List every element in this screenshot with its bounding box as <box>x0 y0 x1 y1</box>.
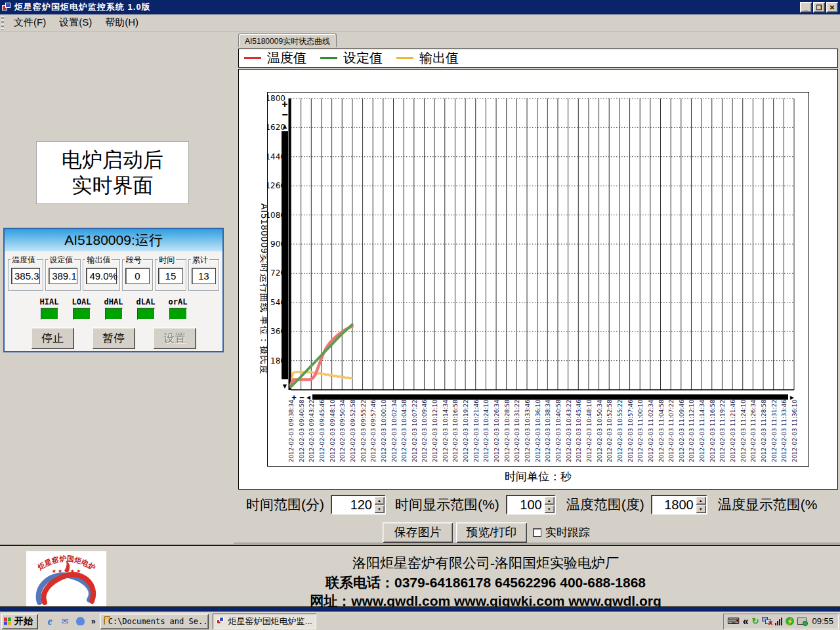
temp-range-spinner[interactable]: 1800 ▲▼ <box>651 495 707 514</box>
preview-print-button[interactable]: 预览/打印 <box>456 522 527 543</box>
tray-chevron[interactable]: « <box>743 616 749 627</box>
svg-text:2012-02-03 11:31:22: 2012-02-03 11:31:22 <box>771 400 778 463</box>
svg-text:2012-02-03 10:52:58: 2012-02-03 10:52:58 <box>606 400 613 463</box>
time-range-spinner[interactable]: 120 ▲▼ <box>331 495 386 514</box>
company-logo: 炬星窑炉国炬电炉 ★ ★ ★ ★ ★ <box>26 551 106 606</box>
indicator-dhal: dHAL <box>102 297 125 320</box>
svg-text:−: − <box>299 392 304 402</box>
hial-led <box>41 308 58 320</box>
svg-text:2012-02-03 10:12:10: 2012-02-03 10:12:10 <box>432 400 438 463</box>
divider <box>234 543 840 543</box>
svg-text:2012-02-03 11:00:10: 2012-02-03 11:00:10 <box>637 400 644 463</box>
svg-text:2012-02-03 10:24:10: 2012-02-03 10:24:10 <box>483 400 490 463</box>
svg-text:2012-02-03 10:40:58: 2012-02-03 10:40:58 <box>555 400 562 463</box>
chart-plot[interactable]: 180360540720900108012601440162018002012-… <box>267 92 809 467</box>
ie-icon[interactable]: e <box>45 616 55 627</box>
svg-text:2012-02-03 10:09:46: 2012-02-03 10:09:46 <box>421 400 428 463</box>
svg-text:2012-02-03 10:38:34: 2012-02-03 10:38:34 <box>545 400 551 463</box>
indicator-dlal: dLAL <box>134 297 158 320</box>
total-value: 13 <box>192 268 216 284</box>
spin-up-icon[interactable]: ▲ <box>374 496 385 505</box>
quick-launch-overflow[interactable]: » <box>91 617 96 626</box>
field-segment: 段号 0 <box>122 259 153 291</box>
tray-clock: 09:55 <box>812 616 833 626</box>
output-line-swatch <box>396 57 413 59</box>
update-icon[interactable]: ↻ <box>752 617 759 625</box>
folder-icon <box>104 618 105 625</box>
security-shield-icon[interactable]: ⚡ <box>786 617 794 625</box>
spin-down-icon[interactable]: ▼ <box>544 505 555 513</box>
svg-text:2012-02-03 11:07:22: 2012-02-03 11:07:22 <box>668 400 675 463</box>
svg-text:◄: ◄ <box>305 394 312 401</box>
input-method-icon[interactable]: ⌨ <box>727 617 740 625</box>
realtime-track-label: 实时跟踪 <box>545 525 590 540</box>
tab-realtime-curve[interactable]: AI5180009实时状态曲线 <box>238 33 337 47</box>
menu-help[interactable]: 帮助(H) <box>98 15 145 30</box>
legend-setpoint: 设定值 <box>320 49 383 67</box>
messenger-icon[interactable] <box>75 616 85 627</box>
svg-text:►: ► <box>789 394 795 401</box>
app-icon <box>217 617 222 625</box>
chart-box: AI5180009实时运行曲线 单位：摄氏度 18036054072090010… <box>238 69 838 490</box>
svg-text:2012-02-03 11:33:46: 2012-02-03 11:33:46 <box>781 400 788 463</box>
realtime-track-checkbox[interactable] <box>533 528 541 537</box>
restore-button[interactable]: ❐ <box>813 2 825 12</box>
device-title: AI5180009:运行 <box>5 229 222 251</box>
svg-text:2012-02-03 09:57:46: 2012-02-03 09:57:46 <box>370 400 377 463</box>
settings-button[interactable]: 设置 <box>153 327 196 349</box>
mail-icon[interactable]: ✉ <box>60 616 70 627</box>
scheduled-task-icon[interactable] <box>797 618 807 625</box>
dhal-led <box>105 308 123 320</box>
svg-text:2012-02-03 11:28:58: 2012-02-03 11:28:58 <box>761 400 767 463</box>
field-total: 累计 13 <box>188 259 219 291</box>
field-temperature: 温度值 385.3 <box>8 259 43 291</box>
menu-grip[interactable] <box>1 16 4 30</box>
svg-text:2012-02-03 10:57:46: 2012-02-03 10:57:46 <box>627 400 634 463</box>
chart-legend: 温度值 设定值 输出值 <box>238 49 838 68</box>
network-disconnected-icon[interactable]: ✕ <box>762 617 772 625</box>
svg-text:2012-02-03 09:38:34: 2012-02-03 09:38:34 <box>288 400 295 463</box>
legend-temperature: 温度值 <box>244 49 306 67</box>
oral-led <box>169 308 187 320</box>
device-fields: 温度值 385.3 设定值 389.1 输出值 49.0% 段号 0 时间 15… <box>5 251 222 291</box>
time-display-range-spinner[interactable]: 100 ▲▼ <box>506 495 556 514</box>
loal-led <box>73 308 91 320</box>
alarm-indicators: HIAL LOAL dHAL dLAL orAL <box>5 297 222 320</box>
pause-button[interactable]: 暂停 <box>92 327 135 349</box>
task-monitor-app[interactable]: 炬星窑炉国炬电炉监... <box>213 614 316 629</box>
spin-up-icon[interactable]: ▲ <box>696 496 706 505</box>
svg-text:2012-02-03 10:45:46: 2012-02-03 10:45:46 <box>576 400 582 463</box>
svg-text:2012-02-03 10:19:22: 2012-02-03 10:19:22 <box>463 400 469 463</box>
spin-down-icon[interactable]: ▼ <box>696 505 706 513</box>
save-image-button[interactable]: 保存图片 <box>383 522 453 543</box>
window-bottom-edge <box>0 607 840 612</box>
windows-logo-icon <box>4 618 12 625</box>
banner-line2: 实时界面 <box>72 173 154 198</box>
spin-up-icon[interactable]: ▲ <box>544 496 555 505</box>
signal-strength-icon[interactable] <box>775 618 782 625</box>
svg-text:2012-02-03 10:48:10: 2012-02-03 10:48:10 <box>586 400 593 463</box>
close-button[interactable]: ✕ <box>826 2 838 12</box>
chart-actions: 保存图片 预览/打印 实时跟踪 <box>234 520 840 545</box>
dlal-led <box>137 308 155 320</box>
minimize-button[interactable]: _ <box>800 2 812 12</box>
svg-text:2012-02-03 10:26:34: 2012-02-03 10:26:34 <box>494 400 500 463</box>
svg-text:2012-02-03 10:28:58: 2012-02-03 10:28:58 <box>504 400 511 463</box>
task-explorer[interactable]: C:\Documents and Se... <box>100 614 209 629</box>
indicator-loal: LOAL <box>70 297 93 320</box>
menu-settings[interactable]: 设置(S) <box>52 15 98 30</box>
menu-file[interactable]: 文件(F) <box>7 15 52 30</box>
chart-controls: 时间范围(分) 120 ▲▼ 时间显示范围(%) 100 ▲▼ 温度范围(度) … <box>234 490 840 520</box>
spin-down-icon[interactable]: ▼ <box>374 505 385 513</box>
stop-button[interactable]: 停止 <box>31 327 74 349</box>
svg-text:−: − <box>282 109 287 120</box>
start-button[interactable]: 开始 <box>1 614 38 629</box>
system-tray: ⌨ « ↻ ✕ ⚡ 09:55 <box>723 614 839 629</box>
svg-text:2012-02-03 11:24:10: 2012-02-03 11:24:10 <box>740 400 747 463</box>
temp-range-label: 温度范围(度) <box>566 495 644 514</box>
status-banner: 电炉启动后 实时界面 <box>36 141 189 204</box>
svg-text:2012-02-03 11:02:34: 2012-02-03 11:02:34 <box>648 400 654 463</box>
svg-text:2012-02-03 11:09:46: 2012-02-03 11:09:46 <box>679 400 685 463</box>
indicator-oral: orAL <box>166 297 190 320</box>
app-icon <box>2 3 11 12</box>
